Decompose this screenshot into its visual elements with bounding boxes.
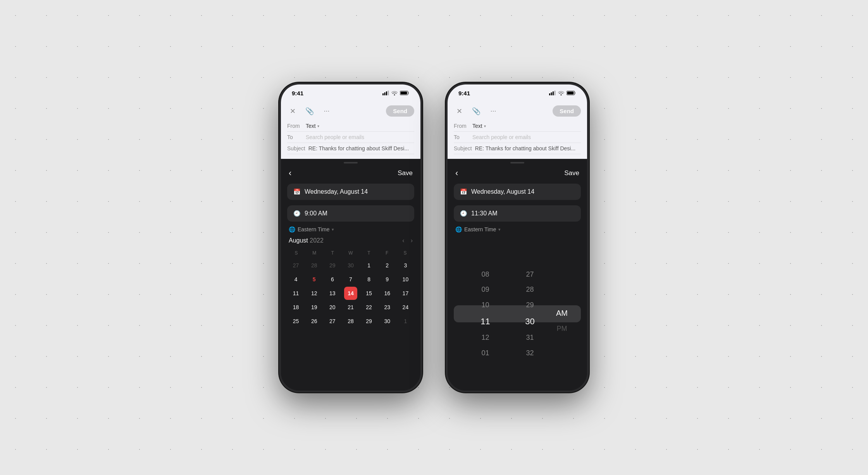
cal-day[interactable]: 12	[308, 287, 321, 300]
subject-label-2: Subject	[454, 145, 472, 151]
cal-day[interactable]: 1	[399, 315, 412, 328]
from-value-2: Text	[472, 123, 482, 129]
time-picker-2[interactable]: 08 09 10 11 12 01 27 28 29 30 31 32	[448, 237, 587, 391]
calendar-nav-1: ‹ ›	[402, 237, 413, 244]
to-placeholder-1[interactable]: Search people or emails	[306, 134, 364, 140]
svg-rect-2	[386, 91, 387, 95]
next-month-icon-1[interactable]: ›	[411, 237, 413, 244]
cal-day[interactable]: 29	[362, 315, 375, 328]
subject-value-2[interactable]: RE: Thanks for chatting about Skiff Desi…	[475, 145, 575, 151]
date-row-1[interactable]: 📅 Wednesday, August 14	[287, 184, 414, 200]
chevron-down-icon-1: ▾	[317, 124, 319, 128]
calendar-month-1: August 2022	[289, 237, 324, 244]
send-button-1[interactable]: Send	[386, 105, 414, 117]
cal-day[interactable]: 30	[344, 259, 357, 272]
prev-month-icon-1[interactable]: ‹	[402, 237, 404, 244]
send-button-2[interactable]: Send	[553, 105, 581, 117]
timezone-row-2[interactable]: 🌐 Eastern Time ▾	[448, 225, 587, 237]
svg-rect-3	[388, 91, 389, 95]
svg-rect-0	[382, 93, 384, 95]
from-dropdown-1[interactable]: Text ▾	[306, 123, 319, 129]
svg-rect-6	[401, 92, 407, 95]
ampm-spacer	[560, 292, 564, 298]
back-icon-1[interactable]: ‹	[289, 168, 291, 178]
cal-day[interactable]: 23	[381, 301, 394, 314]
calendar-header-1: August 2022 ‹ ›	[287, 237, 414, 244]
status-time-2: 9:41	[458, 90, 470, 96]
calendar-days-1: 27 28 29 30 1 2 3 4 5 6 7 8 9 1	[287, 259, 414, 328]
timezone-value-1: Eastern Time	[298, 226, 329, 232]
from-value-1: Text	[306, 123, 316, 129]
minute-item: 29	[508, 298, 552, 313]
calendar-section-1: August 2022 ‹ › S M T W T F	[281, 237, 420, 391]
cal-day[interactable]: 16	[381, 287, 394, 300]
time-row-1[interactable]: 🕘 9:00 AM	[287, 205, 414, 222]
cal-day[interactable]: 28	[308, 259, 321, 272]
cal-day[interactable]: 2	[381, 259, 394, 272]
close-icon-2[interactable]: ✕	[454, 106, 465, 117]
attachment-icon-1[interactable]: 📎	[304, 106, 315, 117]
cal-day[interactable]: 9	[381, 273, 394, 286]
more-icon-2[interactable]: ···	[488, 106, 499, 117]
cal-day[interactable]: 4	[289, 273, 303, 286]
from-field-2: From Text ▾	[454, 120, 581, 132]
phone-timepicker-wrapper: 9:41	[446, 83, 589, 392]
time-columns: 08 09 10 11 12 01 27 28 29 30 31 32	[448, 267, 587, 360]
toolbar-left-2: ✕ 📎 ···	[454, 106, 499, 117]
ampm-pm[interactable]: PM	[555, 322, 570, 336]
cal-day[interactable]: 30	[381, 315, 394, 328]
cal-day[interactable]: 13	[326, 287, 339, 300]
timezone-arrow-icon-2: ▾	[498, 227, 501, 232]
cal-day[interactable]: 8	[362, 273, 375, 286]
cal-day[interactable]: 22	[362, 301, 375, 314]
cal-day[interactable]: 26	[308, 315, 321, 328]
date-row-2[interactable]: 📅 Wednesday, August 14	[454, 184, 581, 200]
svg-rect-12	[575, 92, 575, 94]
email-toolbar-2: ✕ 📎 ··· Send	[454, 105, 581, 117]
cal-day-selected[interactable]: 14	[344, 287, 357, 300]
cal-day[interactable]: 6	[326, 273, 339, 286]
hour-item: 10	[463, 298, 508, 313]
ampm-column: AM PM	[552, 285, 572, 343]
cal-day[interactable]: 29	[326, 259, 339, 272]
phone-calendar: 9:41	[279, 83, 422, 392]
cal-day[interactable]: 17	[399, 287, 412, 300]
ampm-am[interactable]: AM	[554, 306, 570, 321]
cal-day[interactable]: 20	[326, 301, 339, 314]
save-button-2[interactable]: Save	[564, 169, 579, 177]
cal-day[interactable]: 25	[289, 315, 303, 328]
minutes-column: 27 28 29 30 31 32	[508, 267, 552, 360]
signal-icon-1	[382, 91, 389, 95]
svg-rect-13	[567, 92, 574, 95]
to-placeholder-2[interactable]: Search people or emails	[472, 134, 531, 140]
cal-day[interactable]: 10	[399, 273, 412, 286]
cal-day[interactable]: 19	[308, 301, 321, 314]
cal-day[interactable]: 18	[289, 301, 303, 314]
cal-day[interactable]: 28	[344, 315, 357, 328]
cal-day[interactable]: 3	[399, 259, 412, 272]
cal-day[interactable]: 27	[326, 315, 339, 328]
from-dropdown-2[interactable]: Text ▾	[472, 123, 486, 129]
cal-day-today[interactable]: 5	[308, 273, 321, 286]
status-time-1: 9:41	[292, 90, 303, 96]
back-icon-2[interactable]: ‹	[455, 168, 458, 178]
cal-day[interactable]: 21	[344, 301, 357, 314]
save-button-1[interactable]: Save	[398, 169, 413, 177]
cal-day[interactable]: 15	[362, 287, 375, 300]
svg-rect-1	[384, 93, 386, 96]
cal-day[interactable]: 24	[399, 301, 412, 314]
close-icon-1[interactable]: ✕	[287, 106, 298, 117]
timezone-row-1[interactable]: 🌐 Eastern Time ▾	[281, 225, 420, 237]
time-row-2[interactable]: 🕘 11:30 AM	[454, 205, 581, 222]
status-icons-1	[382, 91, 410, 95]
more-icon-1[interactable]: ···	[321, 106, 332, 117]
globe-icon-1: 🌐	[289, 226, 295, 232]
cal-day[interactable]: 1	[362, 259, 375, 272]
subject-value-1[interactable]: RE: Thanks for chatting about Skiff Desi…	[308, 145, 409, 151]
minute-item: 28	[508, 282, 552, 297]
attachment-icon-2[interactable]: 📎	[471, 106, 482, 117]
cal-day[interactable]: 27	[289, 259, 303, 272]
cal-day[interactable]: 7	[344, 273, 357, 286]
cal-day[interactable]: 11	[289, 287, 303, 300]
subject-label-1: Subject	[287, 145, 305, 151]
